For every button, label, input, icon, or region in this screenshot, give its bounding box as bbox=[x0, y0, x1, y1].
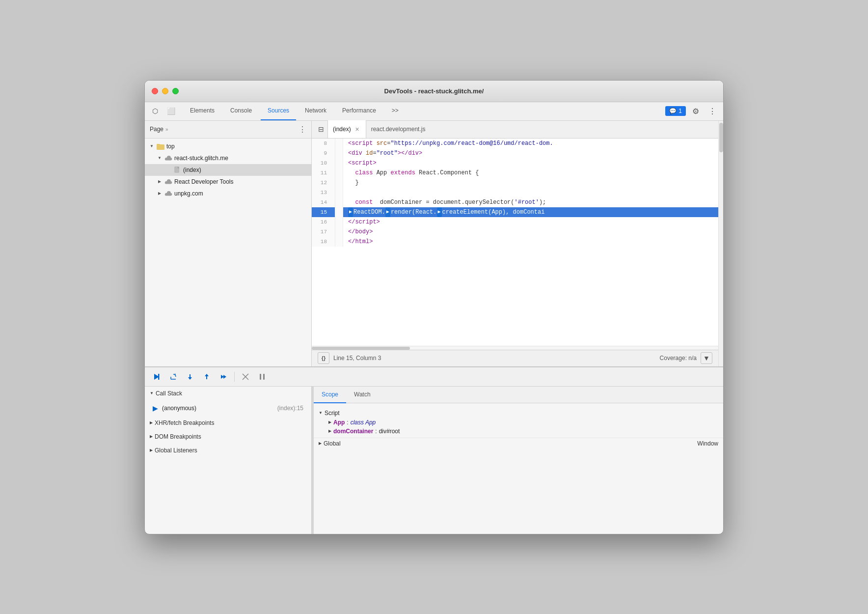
more-options-icon[interactable]: ⋮ bbox=[705, 104, 719, 118]
dom-arrow-icon: ▶ bbox=[150, 434, 153, 439]
cloud-icon-react bbox=[164, 178, 172, 185]
scope-script-arrow: ▼ bbox=[319, 411, 323, 415]
xhr-breakpoints-title: XHR/fetch Breakpoints bbox=[155, 419, 214, 426]
devtools-window: DevTools - react-stuck.glitch.me/ ⬡ ⬜ El… bbox=[144, 80, 724, 534]
code-tab-react[interactable]: react.development.js bbox=[366, 120, 431, 138]
window-title: DevTools - react-stuck.glitch.me/ bbox=[384, 87, 484, 95]
tree-label-glitch: react-stuck.glitch.me bbox=[174, 155, 228, 162]
scope-item-app[interactable]: ▶ App : class App bbox=[319, 418, 718, 427]
svg-rect-15 bbox=[260, 374, 261, 380]
file-icon-index bbox=[173, 167, 181, 173]
code-scrollbar[interactable] bbox=[312, 346, 718, 350]
format-button[interactable]: {} bbox=[318, 352, 329, 364]
global-listeners-title: Global Listeners bbox=[155, 447, 197, 454]
scope-section-global[interactable]: ▶ Global Window bbox=[314, 438, 723, 449]
code-tab-index[interactable]: (index) × bbox=[327, 120, 366, 138]
coverage-label: Coverage: n/a bbox=[660, 355, 697, 362]
global-listeners-header[interactable]: ▶ Global Listeners bbox=[145, 444, 311, 457]
step-button[interactable] bbox=[217, 371, 229, 383]
scrollbar-thumb bbox=[312, 347, 410, 350]
tree-label-top: top bbox=[166, 143, 175, 150]
coverage-dropdown-icon[interactable]: ▼ bbox=[701, 352, 712, 364]
sidebar-more-icon[interactable]: ⋮ bbox=[298, 125, 306, 134]
tab-more[interactable]: >> bbox=[385, 102, 406, 120]
device-toolbar-icon[interactable]: ⬜ bbox=[164, 105, 177, 117]
callstack-item-arrow: ▶ bbox=[153, 404, 158, 412]
close-tab-icon[interactable]: × bbox=[354, 126, 361, 133]
svg-rect-16 bbox=[263, 374, 265, 380]
scope-global-value: Window bbox=[697, 440, 718, 447]
tree-label-index: (index) bbox=[183, 167, 201, 173]
callstack-item-name: (anonymous) bbox=[162, 405, 277, 412]
deactivate-breakpoints-button[interactable] bbox=[240, 371, 251, 383]
code-line-17: 17 </body> bbox=[312, 227, 718, 237]
step-over-button[interactable] bbox=[167, 371, 179, 383]
tree-arrow-react: ▶ bbox=[157, 179, 163, 185]
callstack-header[interactable]: ▼ Call Stack bbox=[145, 387, 311, 400]
folder-icon bbox=[157, 143, 164, 150]
tree-item-index[interactable]: (index) bbox=[145, 164, 311, 176]
tab-network[interactable]: Network bbox=[298, 102, 333, 120]
code-line-16: 16 </script> bbox=[312, 217, 718, 227]
xhr-breakpoints-header[interactable]: ▶ XHR/fetch Breakpoints bbox=[145, 416, 311, 430]
code-editor[interactable]: 8 <script src="https://unpkg.com/react-d… bbox=[312, 139, 718, 346]
scope-tab-watch[interactable]: Watch bbox=[346, 387, 379, 403]
scope-item-dom-key: domContainer bbox=[333, 428, 373, 435]
pause-on-exceptions-button[interactable] bbox=[256, 371, 268, 383]
scope-global-arrow: ▶ bbox=[319, 441, 322, 446]
step-out-button[interactable] bbox=[201, 371, 213, 383]
step-into-button[interactable] bbox=[184, 371, 196, 383]
feedback-badge[interactable]: 💬 1 bbox=[665, 106, 686, 116]
tree-item-glitch[interactable]: ▼ react-stuck.glitch.me bbox=[145, 152, 311, 164]
sidebar-header-chevron: » bbox=[165, 127, 168, 132]
tree-arrow-unpkg: ▶ bbox=[157, 191, 163, 196]
scope-item-domcontainer[interactable]: ▶ domContainer : div#root bbox=[319, 427, 718, 436]
sidebar-header-title: Page bbox=[150, 126, 163, 133]
xhr-arrow-icon: ▶ bbox=[150, 420, 153, 425]
scope-tabs: Scope Watch bbox=[314, 387, 723, 403]
code-line-12: 12 } bbox=[312, 178, 718, 188]
scope-item-dom-arrow: ▶ bbox=[328, 429, 331, 433]
resume-button[interactable] bbox=[151, 371, 163, 383]
code-tabs: ⊟ (index) × react.development.js bbox=[312, 121, 718, 139]
callstack-arrow-icon: ▼ bbox=[150, 391, 154, 395]
element-picker-icon[interactable]: ⬡ bbox=[149, 105, 162, 117]
vertical-scrollbar[interactable] bbox=[718, 121, 723, 366]
tree-item-unpkg[interactable]: ▶ unpkg.com bbox=[145, 188, 311, 199]
code-tab-index-label: (index) bbox=[333, 126, 351, 133]
debug-toolbar bbox=[145, 367, 723, 387]
tree-item-top[interactable]: ▼ top bbox=[145, 140, 311, 152]
code-line-18: 18 </html> bbox=[312, 237, 718, 247]
callstack-item-location: (index):15 bbox=[277, 405, 303, 412]
code-editor-area: ⊟ (index) × react.development.js 8 <scri… bbox=[312, 121, 718, 366]
debug-separator bbox=[234, 372, 235, 382]
dom-breakpoints-header[interactable]: ▶ DOM Breakpoints bbox=[145, 430, 311, 444]
global-arrow-icon: ▶ bbox=[150, 448, 153, 452]
bottom-panel: ▼ Call Stack ▶ (anonymous) (index):15 ▶ … bbox=[145, 366, 723, 534]
statusbar-left: {} Line 15, Column 3 bbox=[318, 352, 656, 364]
tab-elements[interactable]: Elements bbox=[183, 102, 221, 120]
panel-toggle-icon[interactable]: ⊟ bbox=[315, 123, 327, 136]
tree-label-react: React Developer Tools bbox=[174, 178, 234, 185]
callstack-item-anonymous[interactable]: ▶ (anonymous) (index):15 bbox=[145, 400, 311, 416]
svg-marker-10 bbox=[205, 374, 209, 376]
tab-sources[interactable]: Sources bbox=[261, 102, 296, 120]
code-statusbar: {} Line 15, Column 3 Coverage: n/a ▼ bbox=[312, 350, 718, 366]
code-lines: 8 <script src="https://unpkg.com/react-d… bbox=[312, 139, 718, 247]
settings-icon[interactable]: ⚙ bbox=[689, 104, 703, 118]
scope-script-header[interactable]: ▼ Script bbox=[319, 408, 718, 418]
top-content: Page » ⋮ ▼ top ▼ bbox=[145, 121, 723, 366]
minimize-button[interactable] bbox=[162, 88, 168, 94]
tree-item-react-devtools[interactable]: ▶ React Developer Tools bbox=[145, 176, 311, 188]
scope-tab-scope[interactable]: Scope bbox=[314, 387, 346, 403]
code-line-11: 11 class App extends React.Component { bbox=[312, 168, 718, 178]
statusbar-right: Coverage: n/a ▼ bbox=[660, 352, 712, 364]
scope-item-dom-val: div#root bbox=[379, 428, 400, 435]
maximize-button[interactable] bbox=[172, 88, 179, 94]
tab-console[interactable]: Console bbox=[223, 102, 259, 120]
close-button[interactable] bbox=[152, 88, 158, 94]
tab-performance[interactable]: Performance bbox=[335, 102, 383, 120]
scope-global-label: Global bbox=[324, 440, 697, 447]
titlebar: DevTools - react-stuck.glitch.me/ bbox=[145, 81, 723, 102]
code-line-14: 14 const domContainer = document.querySe… bbox=[312, 197, 718, 207]
